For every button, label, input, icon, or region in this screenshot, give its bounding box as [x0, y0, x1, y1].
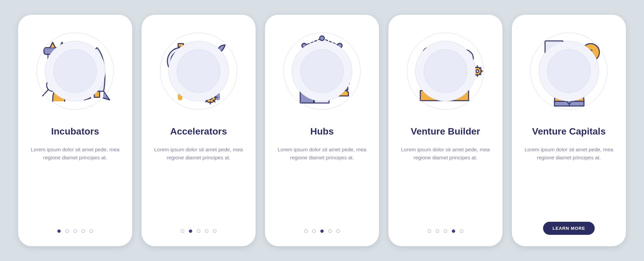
dot-3[interactable] — [444, 229, 447, 233]
dot-3[interactable] — [73, 229, 77, 233]
card-title: Venture Builder — [411, 126, 480, 137]
dot-2[interactable] — [65, 229, 69, 233]
onboarding-cards-row: Incubators Lorem ipsum dolor sit amet pe… — [18, 15, 626, 246]
page-indicator — [181, 229, 216, 233]
card-venture-builder: Venture Builder Lorem ipsum dolor sit am… — [388, 15, 502, 246]
dot-4[interactable] — [452, 229, 455, 233]
dot-1[interactable] — [181, 229, 184, 233]
illustration-venture-capitals: $ $ — [525, 28, 612, 115]
dot-1[interactable] — [57, 229, 61, 233]
learn-more-button[interactable]: LEARN MORE — [543, 222, 594, 235]
dot-5[interactable] — [460, 229, 463, 233]
card-title: Accelerators — [170, 126, 227, 137]
dot-3[interactable] — [320, 229, 324, 233]
dot-4[interactable] — [82, 229, 85, 233]
dot-2[interactable] — [189, 229, 192, 233]
dot-2[interactable] — [436, 229, 439, 233]
card-desc: Lorem ipsum dolor sit amet pede, mea reg… — [30, 146, 120, 162]
illustration-hubs — [278, 28, 366, 115]
dot-3[interactable] — [197, 229, 200, 233]
dot-1[interactable] — [428, 229, 431, 233]
card-title: Hubs — [310, 126, 334, 137]
illustration-accelerators — [155, 28, 242, 115]
dot-4[interactable] — [328, 229, 332, 233]
dot-5[interactable] — [90, 229, 93, 233]
dot-4[interactable] — [205, 229, 208, 233]
illustration-venture-builder — [402, 28, 489, 115]
dot-1[interactable] — [304, 229, 308, 233]
card-incubators: Incubators Lorem ipsum dolor sit amet pe… — [18, 15, 132, 246]
card-hubs: Hubs Lorem ipsum dolor sit amet pede, me… — [265, 15, 379, 246]
card-title: Incubators — [51, 126, 99, 137]
page-indicator — [428, 229, 463, 233]
card-venture-capitals: $ $ Venture Capitals Lorem ipsum dolor s — [512, 15, 626, 246]
card-desc: Lorem ipsum dolor sit amet pede, mea reg… — [400, 146, 491, 162]
illustration-incubators — [32, 28, 119, 115]
dot-2[interactable] — [312, 229, 316, 233]
card-desc: Lorem ipsum dolor sit amet pede, mea reg… — [524, 146, 614, 162]
dot-5[interactable] — [336, 229, 340, 233]
page-indicator — [57, 229, 93, 233]
dot-5[interactable] — [213, 229, 216, 233]
card-desc: Lorem ipsum dolor sit amet pede, mea reg… — [153, 146, 244, 162]
card-desc: Lorem ipsum dolor sit amet pede, mea reg… — [277, 146, 367, 162]
page-indicator — [304, 229, 340, 233]
card-accelerators: Accelerators Lorem ipsum dolor sit amet … — [142, 15, 256, 246]
card-title: Venture Capitals — [532, 126, 605, 137]
